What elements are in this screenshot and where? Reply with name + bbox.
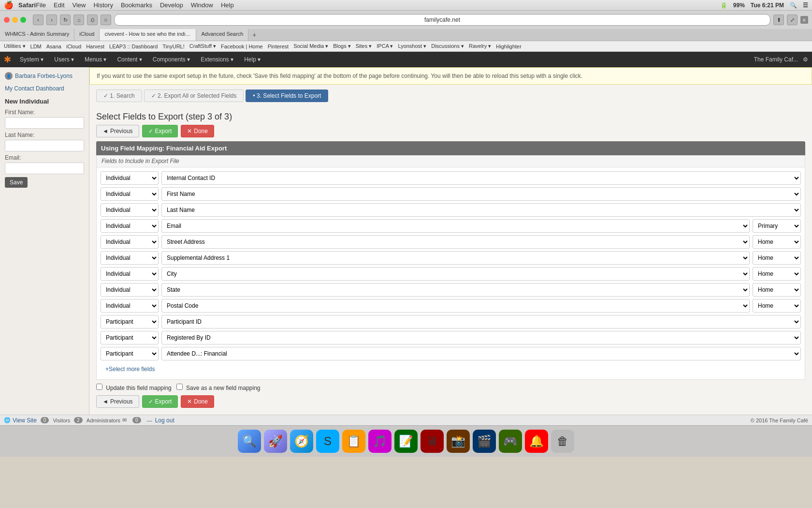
menu-help[interactable]: Help	[221, 1, 234, 9]
field-select-6[interactable]: Supplemental Address 1	[161, 251, 750, 265]
bookmark-ipca[interactable]: IPCA ▾	[377, 43, 393, 49]
type-select-12[interactable]: Participant Individual	[101, 347, 159, 360]
step-2-export[interactable]: ✓ 2. Export All or Selected Fields	[144, 90, 244, 102]
field-select-8[interactable]: State	[161, 283, 750, 297]
dock-skype[interactable]: S	[316, 430, 339, 453]
dock-app-9[interactable]: 🎮	[499, 430, 522, 453]
dock-app-10[interactable]: 🔔	[525, 430, 548, 453]
nav-system[interactable]: System ▾	[15, 53, 48, 66]
bookmark-blogs[interactable]: Blogs ▾	[333, 43, 351, 49]
contact-dashboard-link[interactable]: My Contact Dashboard	[5, 85, 64, 92]
menu-file[interactable]: File	[36, 1, 46, 9]
top-export-button[interactable]: ✓ Export	[142, 125, 178, 137]
print-button[interactable]: ⎙	[87, 15, 98, 25]
field-select-7[interactable]: City	[161, 267, 750, 281]
sidebar-save-button[interactable]: Save	[5, 177, 28, 188]
bookmark-icloud[interactable]: iCloud	[66, 44, 81, 49]
bookmark-ldm[interactable]: LDM	[30, 44, 42, 49]
url-bar[interactable]: familycafe.net	[114, 14, 770, 26]
tab-whmcs[interactable]: WHMCS - Admin Summary	[0, 29, 74, 41]
type-select-2[interactable]: Individual	[101, 187, 159, 201]
top-done-button[interactable]: ✕ Done	[181, 125, 214, 137]
last-name-input[interactable]	[5, 140, 84, 151]
fullscreen-button[interactable]: ⤢	[787, 15, 798, 25]
site-name[interactable]: The Family Caf...	[754, 56, 798, 63]
dock-app-8[interactable]: 🎬	[473, 430, 496, 453]
nav-help[interactable]: Help ▾	[239, 53, 265, 66]
notification-icon[interactable]: ☰	[803, 2, 808, 9]
location-select-4[interactable]: Primary Home Work	[753, 219, 801, 233]
save-as-new-label[interactable]: Save as a new field mapping	[176, 384, 261, 391]
tab-icloud[interactable]: iCloud	[74, 29, 100, 41]
minimize-button[interactable]	[12, 17, 18, 23]
dock-safari[interactable]: 🧭	[290, 430, 313, 453]
bookmark-lyonshost[interactable]: Lyonshost ▾	[398, 43, 426, 49]
maximize-button[interactable]	[20, 17, 26, 23]
bookmark-social-media[interactable]: Social Media ▾	[293, 43, 328, 49]
field-select-10[interactable]: Participant ID	[161, 315, 801, 329]
reload-button[interactable]: ↻	[60, 15, 71, 25]
step-3-select[interactable]: • 3. Select Fields to Export	[246, 90, 328, 102]
nav-extensions[interactable]: Extensions ▾	[196, 53, 238, 66]
location-select-9[interactable]: Home Primary Work	[753, 299, 801, 313]
share-button[interactable]: ⬆	[773, 15, 784, 25]
bookmark-discussions[interactable]: Discussions ▾	[431, 43, 464, 49]
type-select-10[interactable]: Participant Individual	[101, 315, 159, 329]
menu-develop[interactable]: Develop	[160, 1, 183, 9]
dock-app-3[interactable]: 📋	[342, 430, 365, 453]
menu-window[interactable]: Window	[191, 1, 213, 9]
menu-bookmarks[interactable]: Bookmarks	[121, 1, 152, 9]
bottom-export-button[interactable]: ✓ Export	[142, 395, 178, 408]
logout-link[interactable]: Log out	[155, 417, 174, 424]
tab-advanced-search[interactable]: Advanced Search	[196, 29, 248, 41]
tab-civevent[interactable]: civevent - How to see who the individual…	[100, 29, 196, 41]
bookmark-asana[interactable]: Asana	[46, 44, 61, 49]
type-select-9[interactable]: Individual	[101, 299, 159, 313]
field-select-4[interactable]: Email	[161, 219, 750, 233]
user-name-link[interactable]: Barbara Forbes-Lyons	[15, 73, 72, 79]
type-select-1[interactable]: Individual Participant	[101, 171, 159, 185]
type-select-6[interactable]: Individual	[101, 251, 159, 265]
cog-icon[interactable]: ⚙	[803, 56, 808, 63]
dock-app-5[interactable]: 📝	[394, 430, 418, 453]
location-select-8[interactable]: Home Primary Work	[753, 283, 801, 297]
bookmark-pinterest[interactable]: Pinterest	[268, 44, 289, 49]
nav-components[interactable]: Components ▾	[148, 53, 195, 66]
bookmark-leap3[interactable]: LEAP3 :: Dashboard	[109, 44, 158, 49]
select-more-fields-link[interactable]: +Select more fields	[101, 363, 801, 375]
type-select-8[interactable]: Individual	[101, 283, 159, 297]
field-select-11[interactable]: Registered By ID	[161, 331, 801, 344]
field-select-12[interactable]: Attendee D...: Financial	[161, 347, 801, 360]
email-input[interactable]	[5, 163, 84, 174]
sidebar-toggle[interactable]: ≡	[800, 16, 808, 24]
type-select-7[interactable]: Individual	[101, 267, 159, 281]
nav-content[interactable]: Content ▾	[112, 53, 146, 66]
type-select-4[interactable]: Individual	[101, 219, 159, 233]
close-button[interactable]	[4, 17, 10, 23]
location-select-5[interactable]: Home Primary Work	[753, 235, 801, 249]
new-tab-button[interactable]: +	[248, 29, 260, 41]
dock-launchpad[interactable]: 🚀	[264, 430, 287, 453]
bookmark-highlighter[interactable]: Highlighter	[496, 44, 522, 49]
first-name-input[interactable]	[5, 117, 84, 129]
bookmark-sites[interactable]: Sites ▾	[356, 43, 372, 49]
menu-edit[interactable]: Edit	[54, 1, 64, 9]
bookmark-tinyurl[interactable]: TinyURL!	[162, 44, 184, 49]
bottom-done-button[interactable]: ✕ Done	[181, 395, 214, 408]
field-select-9[interactable]: Postal Code	[161, 299, 750, 313]
dock-trash[interactable]: 🗑	[551, 430, 574, 453]
save-as-new-checkbox[interactable]	[176, 384, 183, 390]
bottom-previous-button[interactable]: ◄ Previous	[96, 395, 139, 408]
bookmark-craftStuff[interactable]: CraftStuff ▾	[189, 43, 216, 49]
menu-view[interactable]: View	[72, 1, 86, 9]
home-button[interactable]: ⌂	[73, 15, 84, 25]
dock-app-6[interactable]: 🖥	[420, 430, 444, 453]
back-button[interactable]: ‹	[33, 15, 44, 25]
field-select-1[interactable]: Internal Contact ID First Name Last Name	[161, 171, 801, 185]
bookmark-utilities[interactable]: Utilities ▾	[4, 43, 26, 49]
search-icon[interactable]: 🔍	[790, 2, 797, 9]
field-select-3[interactable]: Last Name	[161, 203, 801, 217]
field-select-5[interactable]: Street Address	[161, 235, 750, 249]
type-select-3[interactable]: Individual	[101, 203, 159, 217]
bookmark-ravelry[interactable]: Ravelry ▾	[469, 43, 491, 49]
